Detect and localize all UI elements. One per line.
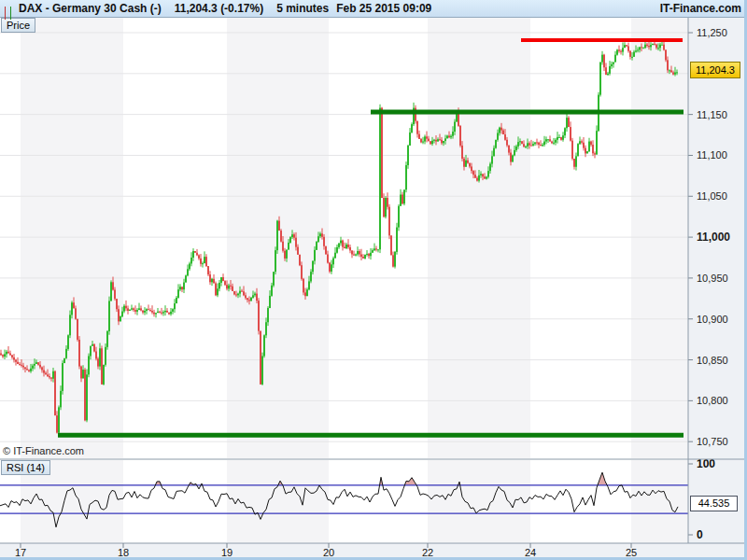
svg-text:10,750: 10,750 (697, 436, 728, 447)
change-percent: (-0.17%) (220, 2, 263, 15)
svg-text:10,850: 10,850 (697, 355, 728, 366)
rsi-value-badge: 44.535 (690, 496, 738, 511)
chart-canvas[interactable]: 11,25011,15011,10011,05011,00010,95010,9… (0, 0, 747, 560)
svg-text:0: 0 (697, 528, 703, 541)
last-price-and-change: 11,204.3 (-0.17%) (175, 2, 263, 15)
provider-link[interactable]: IT-Finance.com (660, 2, 741, 15)
chart-window: DAX - Germany 30 Cash (-) 11,204.3 (-0.1… (0, 0, 747, 560)
svg-text:11,000: 11,000 (697, 231, 730, 244)
instrument-title: DAX - Germany 30 Cash (-) (19, 2, 162, 15)
last-price: 11,204.3 (175, 2, 218, 15)
svg-text:11,250: 11,250 (697, 27, 727, 38)
svg-text:10,950: 10,950 (697, 273, 728, 284)
tab-rsi[interactable]: RSI (14) (1, 460, 50, 475)
timestamp-label: Feb 25 2015 09:09 (336, 2, 431, 15)
svg-text:10,900: 10,900 (697, 314, 728, 325)
title-bar: DAX - Germany 30 Cash (-) 11,204.3 (-0.1… (0, 0, 747, 18)
svg-text:10,800: 10,800 (697, 395, 728, 406)
svg-text:11,150: 11,150 (697, 109, 727, 120)
last-price-badge: 11,204.3 (690, 62, 740, 78)
timeframe-label: 5 minutes (276, 2, 329, 15)
copyright-watermark: © IT-Finance.com (3, 445, 84, 456)
svg-text:11,050: 11,050 (697, 190, 727, 202)
tab-price[interactable]: Price (1, 18, 35, 33)
svg-text:11,100: 11,100 (697, 149, 727, 161)
